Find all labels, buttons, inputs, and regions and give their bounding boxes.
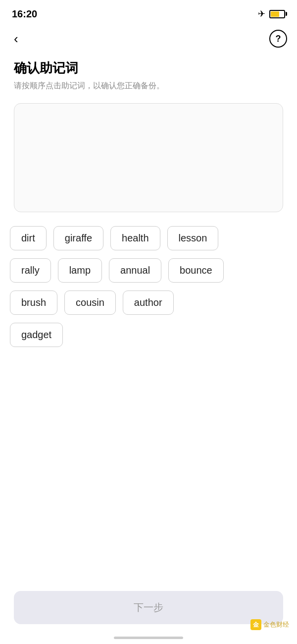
word-chip-gadget[interactable]: gadget [10, 323, 63, 347]
back-button[interactable]: ‹ [10, 30, 22, 47]
words-row-3: brushcousinauthor [10, 291, 287, 315]
words-section: dirtgiraffehealthlesson rallylampannualb… [0, 226, 297, 347]
watermark: 金 金色财经 [250, 619, 289, 630]
status-icons: ✈ [258, 8, 285, 19]
watermark-text: 金色财经 [263, 620, 289, 629]
word-chip-rally[interactable]: rally [10, 258, 51, 283]
status-time: 16:20 [12, 8, 37, 20]
page-title: 确认助记词 [14, 59, 283, 77]
page-content: 确认助记词 请按顺序点击助记词，以确认您正确备份。 [0, 52, 297, 212]
page-subtitle: 请按顺序点击助记词，以确认您正确备份。 [14, 81, 283, 91]
words-row-1: dirtgiraffehealthlesson [10, 226, 287, 250]
words-row-2: rallylampannualbounce [10, 258, 287, 283]
word-chip-health[interactable]: health [110, 226, 160, 250]
watermark-icon: 金 [250, 619, 261, 630]
next-button[interactable]: 下一步 [14, 591, 283, 624]
word-chip-lesson[interactable]: lesson [167, 226, 219, 250]
word-chip-giraffe[interactable]: giraffe [53, 226, 103, 250]
word-chip-lamp[interactable]: lamp [58, 258, 102, 283]
battery-icon [269, 10, 285, 18]
words-row-4: gadget [10, 323, 287, 347]
word-chip-author[interactable]: author [123, 291, 174, 315]
help-button[interactable]: ? [269, 30, 287, 48]
airplane-icon: ✈ [258, 8, 265, 19]
nav-bar: ‹ ? [0, 26, 297, 52]
word-chip-bounce[interactable]: bounce [168, 258, 224, 283]
answer-area [14, 103, 283, 212]
status-bar: 16:20 ✈ [0, 0, 297, 26]
word-chip-annual[interactable]: annual [109, 258, 161, 283]
home-indicator [114, 637, 183, 639]
battery-fill [271, 11, 279, 17]
word-chip-cousin[interactable]: cousin [64, 291, 116, 315]
word-chip-brush[interactable]: brush [10, 291, 57, 315]
word-chip-dirt[interactable]: dirt [10, 226, 47, 250]
